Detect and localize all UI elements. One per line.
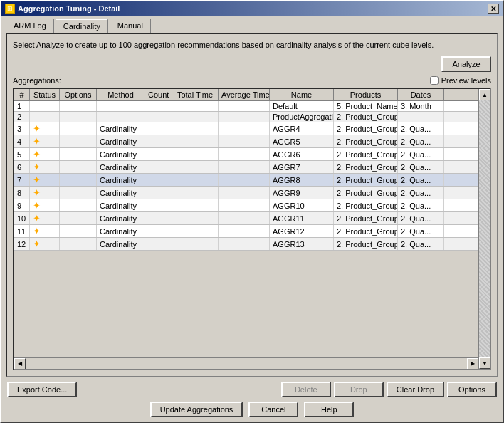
star-icon: ✦: [33, 123, 41, 134]
preview-label: Preview levels: [441, 76, 491, 85]
table-cell: [172, 161, 219, 173]
table-cell: [145, 174, 172, 186]
table-cell: [145, 199, 172, 212]
close-button[interactable]: ✕: [488, 4, 499, 14]
table-cell: AGGR7: [270, 161, 334, 173]
table-cell: [398, 112, 444, 122]
table-cell: 2. Product_Group: [334, 135, 398, 147]
table-cell: [60, 135, 97, 147]
table-cell: [60, 148, 97, 160]
tab-manual[interactable]: Manual: [110, 19, 151, 33]
col-header-method: Method: [97, 89, 145, 100]
table-row[interactable]: 11✦CardinalityAGGR122. Product_Group2. Q…: [14, 225, 478, 238]
table-cell: ✦: [30, 225, 60, 237]
table-cell: 10: [14, 212, 30, 224]
table-cell: [30, 101, 60, 111]
table-cell: ✦: [30, 174, 60, 186]
table-cell: [219, 101, 270, 111]
table-cell: Default: [270, 101, 334, 111]
table-cell: AGGR8: [270, 174, 334, 186]
options-button[interactable]: Options: [447, 382, 497, 397]
aggregations-section: # Status Options Method Count Total Time…: [13, 88, 491, 370]
drop-button[interactable]: Drop: [334, 382, 384, 397]
update-aggregations-button[interactable]: Update Aggregations: [150, 402, 243, 417]
table-cell: 5. Product_Name: [334, 101, 398, 111]
table-cell: ✦: [30, 199, 60, 212]
table-cell: Cardinality: [97, 187, 145, 199]
tab-content: Select Analyze to create up to 100 aggre…: [6, 33, 498, 377]
analyze-button[interactable]: Analyze: [441, 56, 491, 72]
table-row[interactable]: 6✦CardinalityAGGR72. Product_Group2. Qua…: [14, 161, 478, 174]
tab-cardinality[interactable]: Cardinality: [56, 19, 108, 33]
v-scroll-track[interactable]: [479, 100, 490, 357]
table-cell: [219, 225, 270, 237]
star-icon: ✦: [33, 239, 41, 249]
table-row[interactable]: 10✦CardinalityAGGR112. Product_Group2. Q…: [14, 212, 478, 225]
table-cell: Cardinality: [97, 174, 145, 186]
help-button[interactable]: Help: [304, 402, 354, 417]
scroll-up-btn[interactable]: ▲: [479, 89, 490, 100]
table-row[interactable]: 7✦CardinalityAGGR82. Product_Group2. Qua…: [14, 174, 478, 187]
export-code-button[interactable]: Export Code...: [7, 382, 77, 397]
delete-button[interactable]: Delete: [281, 382, 331, 397]
table-cell: ProductAggregation: [270, 112, 334, 122]
table-cell: Cardinality: [97, 212, 145, 224]
star-icon: ✦: [33, 200, 41, 211]
table-cell: 6: [14, 161, 30, 173]
table-cell: [145, 101, 172, 111]
table-row[interactable]: 1Default5. Product_Name3. Month: [14, 101, 478, 112]
table-cell: [60, 187, 97, 199]
table-row[interactable]: 4✦CardinalityAGGR52. Product_Group2. Qua…: [14, 135, 478, 148]
clear-drop-button[interactable]: Clear Drop: [387, 382, 444, 397]
table-body: 1Default5. Product_Name3. Month2ProductA…: [14, 101, 478, 357]
table-cell: 2. Qua...: [398, 135, 444, 147]
tab-arm-log[interactable]: ARM Log: [6, 19, 54, 33]
window-icon: ⊞: [5, 4, 15, 14]
v-scrollbar[interactable]: ▲ ▼: [478, 89, 490, 369]
table-cell: [97, 101, 145, 111]
table-cell: 2. Product_Group: [334, 122, 398, 135]
table-cell: AGGR6: [270, 148, 334, 160]
table-cell: [219, 112, 270, 122]
col-header-name: Name: [270, 89, 334, 100]
table-cell: 2. Product_Group: [334, 187, 398, 199]
table-cell: [145, 238, 172, 250]
table-cell: 2. Product_Group: [334, 148, 398, 160]
table-cell: [145, 161, 172, 173]
table-cell: Cardinality: [97, 199, 145, 212]
table-cell: [172, 101, 219, 111]
table-cell: ✦: [30, 122, 60, 135]
table-cell: [145, 112, 172, 122]
scroll-down-btn[interactable]: ▼: [479, 357, 490, 369]
table-cell: 2. Qua...: [398, 122, 444, 135]
cancel-button[interactable]: Cancel: [248, 402, 298, 417]
table-row[interactable]: 5✦CardinalityAGGR62. Product_Group2. Qua…: [14, 148, 478, 161]
h-scrollbar[interactable]: ◀ ▶: [14, 357, 478, 369]
table-row[interactable]: 12✦CardinalityAGGR132. Product_Group2. Q…: [14, 238, 478, 251]
table-cell: [219, 238, 270, 250]
table-cell: 2. Product_Group: [334, 199, 398, 212]
table-cell: 12: [14, 238, 30, 250]
table-row[interactable]: 2ProductAggregation2. Product_Group: [14, 112, 478, 122]
table-row[interactable]: 9✦CardinalityAGGR102. Product_Group2. Qu…: [14, 199, 478, 212]
scroll-right-btn[interactable]: ▶: [467, 358, 478, 370]
table-row[interactable]: 3✦CardinalityAGGR42. Product_Group2. Qua…: [14, 122, 478, 135]
aggregations-label: Aggregations:: [13, 76, 61, 85]
preview-checkbox[interactable]: [430, 76, 439, 85]
col-header-avg-time: Average Time: [219, 89, 270, 100]
table-cell: ✦: [30, 135, 60, 147]
table-cell: AGGR9: [270, 187, 334, 199]
table-cell: 8: [14, 187, 30, 199]
scroll-left-btn[interactable]: ◀: [14, 358, 26, 370]
table-cell: Cardinality: [97, 122, 145, 135]
star-icon: ✦: [33, 149, 41, 160]
table-cell: 2. Qua...: [398, 174, 444, 186]
table-wrapper: # Status Options Method Count Total Time…: [13, 88, 491, 370]
table-cell: 2. Product_Group: [334, 174, 398, 186]
table-cell: [219, 212, 270, 224]
star-icon: ✦: [33, 213, 41, 224]
table-cell: [172, 187, 219, 199]
analyze-row: Analyze: [13, 56, 491, 72]
table-row[interactable]: 8✦CardinalityAGGR92. Product_Group2. Qua…: [14, 187, 478, 199]
table-cell: AGGR10: [270, 199, 334, 212]
